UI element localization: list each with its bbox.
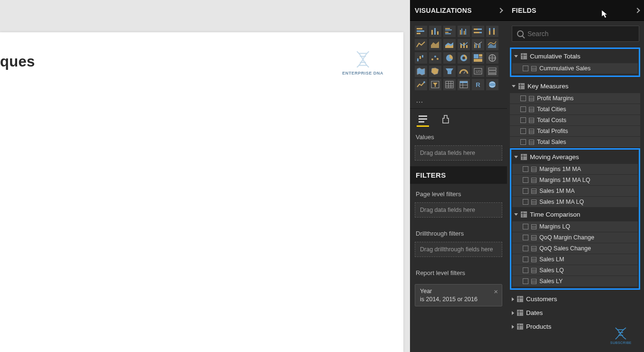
field-item[interactable]: Cummulative Sales	[512, 63, 638, 74]
viz-slicer-icon[interactable]	[429, 79, 441, 90]
checkbox-icon[interactable]	[520, 117, 526, 123]
checkbox-icon[interactable]	[523, 188, 528, 194]
viz-clustered-column-icon[interactable]	[458, 26, 470, 37]
field-item[interactable]: Margins 1M MA	[512, 164, 638, 174]
viz-line-clustered-column-icon[interactable]	[472, 39, 484, 50]
field-item[interactable]: Sales LY	[512, 276, 638, 286]
table-header-key-measures[interactable]: Key Measures	[510, 80, 640, 93]
drillthrough-dropzone[interactable]: Drag drillthrough fields here	[415, 242, 502, 257]
checkbox-icon[interactable]	[523, 278, 528, 284]
viz-r-script-icon[interactable]: R	[472, 79, 484, 90]
viz-stacked-column-icon[interactable]	[429, 26, 441, 37]
report-filter-card[interactable]: × Year is 2014, 2015 or 2016	[415, 284, 502, 306]
close-icon[interactable]: ×	[494, 287, 498, 295]
fields-header[interactable]: FIELDS	[507, 0, 644, 21]
measure-icon	[531, 200, 537, 205]
viz-arcgis-icon[interactable]	[486, 79, 498, 90]
field-item[interactable]: Sales 1M MA	[512, 186, 638, 196]
page-filters-dropzone[interactable]: Drag data fields here	[415, 202, 502, 218]
format-tab[interactable]	[439, 114, 452, 127]
table-header-customers[interactable]: Customers	[510, 293, 640, 305]
checkbox-icon[interactable]	[523, 267, 528, 273]
viz-scatter-icon[interactable]	[429, 52, 441, 64]
checkbox-icon[interactable]	[523, 224, 528, 229]
field-item[interactable]: Total Profits	[510, 126, 640, 136]
checkbox-icon[interactable]	[523, 257, 528, 262]
measure-icon	[531, 257, 537, 262]
measure-icon	[531, 66, 537, 71]
table-header-products[interactable]: Products	[510, 320, 640, 333]
field-item[interactable]: Total Sales	[510, 137, 640, 147]
viz-funnel-icon[interactable]	[443, 66, 456, 77]
checkbox-icon[interactable]	[523, 66, 528, 71]
field-item[interactable]: Total Costs	[510, 115, 640, 125]
checkbox-icon[interactable]	[520, 95, 526, 101]
checkbox-icon[interactable]	[520, 139, 526, 145]
viz-line-stacked-column-icon[interactable]	[458, 39, 470, 50]
table-header-dates[interactable]: Dates	[510, 306, 640, 319]
measure-icon	[531, 189, 537, 194]
checkbox-icon[interactable]	[523, 177, 528, 183]
table-header-moving-averages[interactable]: Moving Averages	[512, 151, 638, 163]
checkbox-icon[interactable]	[520, 106, 526, 112]
field-item[interactable]: Sales LQ	[512, 265, 638, 276]
checkbox-icon[interactable]	[523, 166, 528, 172]
field-item[interactable]: Sales 1M MA LQ	[512, 197, 638, 207]
viz-area-icon[interactable]	[429, 39, 441, 50]
viz-line-icon[interactable]	[415, 39, 427, 50]
measure-icon	[529, 107, 534, 112]
viz-matrix-icon[interactable]	[458, 79, 470, 90]
field-item[interactable]: Total Cities	[510, 104, 640, 114]
field-item[interactable]: QoQ Sales Change	[512, 243, 638, 254]
viz-treemap-icon[interactable]	[472, 52, 484, 64]
field-item[interactable]: Profit Margins	[510, 93, 640, 104]
viz-shape-map-icon[interactable]	[429, 66, 441, 77]
checkbox-icon[interactable]	[520, 128, 526, 134]
visualizations-header[interactable]: VISUALIZATIONS	[410, 0, 507, 21]
field-item[interactable]: QoQ Margin Change	[512, 232, 638, 243]
viz-stacked-bar-icon[interactable]	[415, 26, 427, 37]
viz-card-icon[interactable]: 123	[472, 66, 484, 77]
search-box[interactable]	[512, 26, 639, 42]
checkbox-icon[interactable]	[523, 246, 528, 251]
fields-tab[interactable]	[417, 114, 429, 127]
checkbox-icon[interactable]	[523, 199, 528, 205]
viz-100-stacked-column-icon[interactable]	[486, 26, 498, 37]
viz-table-icon[interactable]	[443, 79, 456, 90]
viz-ribbon-icon[interactable]	[486, 39, 498, 50]
viz-filled-map-icon[interactable]	[415, 66, 427, 77]
viz-map-icon[interactable]	[486, 52, 498, 64]
field-item[interactable]: Margins LQ	[512, 221, 638, 232]
viz-clustered-bar-icon[interactable]	[443, 26, 456, 37]
search-input[interactable]	[527, 30, 634, 38]
viz-multi-row-card-icon[interactable]	[486, 66, 498, 77]
measure-icon	[529, 118, 534, 123]
report-canvas[interactable]: ques ENTERPRISE DNA	[0, 0, 410, 352]
viz-tabs	[410, 108, 507, 127]
viz-pie-icon[interactable]	[443, 52, 456, 64]
viz-gauge-icon[interactable]	[458, 66, 470, 77]
report-page[interactable]: ques ENTERPRISE DNA	[0, 32, 403, 352]
svg-rect-37	[420, 56, 421, 59]
values-dropzone[interactable]: Drag data fields here	[415, 145, 502, 161]
viz-more-button[interactable]: …	[410, 95, 507, 108]
field-name: Sales 1M MA	[539, 188, 575, 194]
field-item[interactable]: Margins 1M MA LQ	[512, 175, 638, 185]
svg-rect-6	[417, 33, 420, 34]
field-name: Margins LQ	[539, 223, 570, 230]
chevron-right-icon[interactable]	[634, 8, 640, 13]
viz-stacked-area-icon[interactable]	[443, 39, 456, 50]
checkbox-icon[interactable]	[523, 235, 528, 240]
viz-kpi-icon[interactable]	[415, 79, 427, 90]
viz-donut-icon[interactable]	[458, 52, 470, 64]
field-item[interactable]: Sales LM	[512, 254, 638, 265]
table-header-time-comparison[interactable]: Time Comparison	[512, 208, 638, 221]
svg-rect-48	[474, 59, 482, 62]
table-header-cumulative-totals[interactable]: Cumulative Totals	[512, 50, 638, 63]
viz-100-stacked-bar-icon[interactable]	[472, 26, 484, 37]
table-icon	[521, 154, 527, 160]
chevron-right-icon[interactable]	[498, 8, 503, 13]
viz-waterfall-icon[interactable]	[415, 52, 427, 64]
table-icon	[518, 83, 525, 89]
fields-tree[interactable]: Cumulative TotalsCummulative SalesKey Me…	[507, 46, 644, 352]
